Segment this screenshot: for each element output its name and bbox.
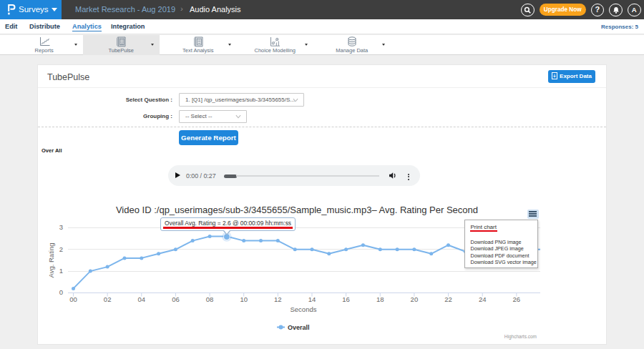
svg-text:Seconds: Seconds	[291, 305, 317, 313]
svg-text:24: 24	[479, 295, 487, 303]
svg-text:3: 3	[59, 223, 63, 231]
svg-text:Overall: Overall	[288, 324, 310, 331]
svg-text:12: 12	[274, 295, 282, 303]
svg-text:14: 14	[308, 295, 316, 303]
svg-text:08: 08	[206, 295, 214, 303]
svg-text:26: 26	[513, 295, 521, 303]
svg-text:18: 18	[376, 295, 384, 303]
svg-text:02: 02	[104, 295, 112, 303]
svg-text:2: 2	[59, 245, 63, 253]
svg-text:Avg. Rating: Avg. Rating	[47, 243, 55, 278]
svg-text:00: 00	[69, 295, 77, 303]
svg-text:04: 04	[137, 295, 145, 303]
svg-text:06: 06	[172, 295, 180, 303]
svg-text:Highcharts.com: Highcharts.com	[504, 334, 537, 340]
svg-text:10: 10	[240, 295, 248, 303]
svg-text:16: 16	[342, 295, 350, 303]
svg-text:1: 1	[59, 267, 63, 275]
svg-text:20: 20	[411, 295, 419, 303]
svg-text:22: 22	[444, 295, 452, 303]
svg-text:Video ID :/qp_userimages/sub-3: Video ID :/qp_userimages/sub-3/3455655/S…	[116, 205, 478, 215]
svg-text:0: 0	[59, 288, 63, 296]
